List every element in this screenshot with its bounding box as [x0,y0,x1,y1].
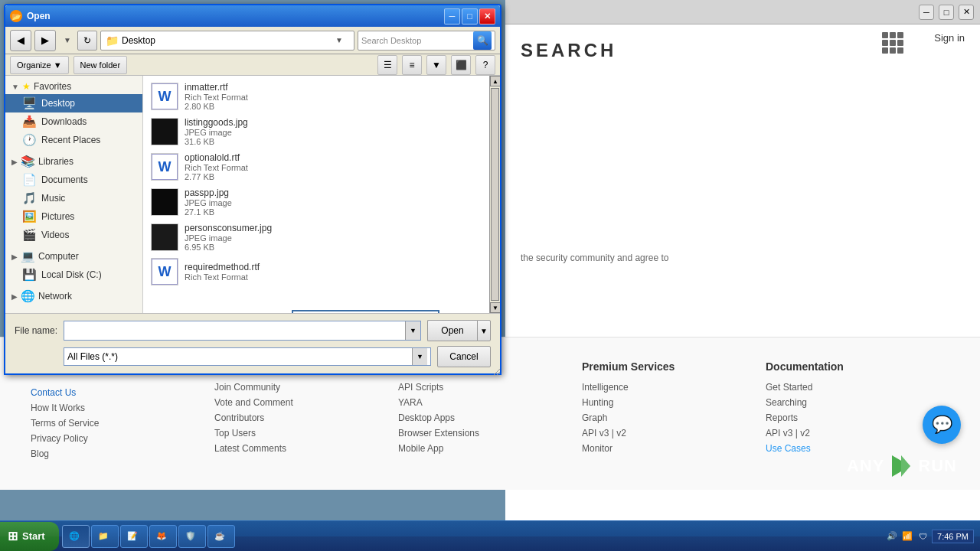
filename-dropdown-arrow[interactable]: ▼ [405,321,420,340]
file-item-passpp[interactable]: passpp.jpg JPEG image 27.1 KB [146,184,486,220]
anyrun-play-icon [889,454,913,478]
dialog-close-btn[interactable]: ✕ [479,8,495,24]
footer-link-use-cases[interactable]: Use Cases [766,443,934,454]
footer-link-terms[interactable]: Terms of Service [31,418,199,429]
minimize-btn[interactable]: ─ [919,5,934,20]
footer-link-blog[interactable]: Blog [31,448,199,459]
network-header[interactable]: ▶ 🌐 Network [5,287,142,305]
taskbar-item-notepad[interactable]: 📝 [120,525,148,548]
footer-link-browser-ext[interactable]: Browser Extensions [398,428,567,439]
dialog-restore-btn[interactable]: □ [462,8,478,24]
file-size-passpp: 27.1 KB [185,207,482,217]
taskbar-item-explorer[interactable]: 📁 [91,525,119,548]
footer-link-top-users[interactable]: Top Users [214,428,383,439]
anyrun-run-text: RUN [918,456,957,476]
search-bar[interactable]: Search Desktop 🔍 [358,31,495,51]
sidebar-music[interactable]: 🎵 Music [5,189,142,207]
sign-in-button[interactable]: Sign in [934,32,965,44]
footer-link-how[interactable]: How It Works [31,403,199,413]
footer-link-apiv3v2-docs[interactable]: API v3 | v2 [766,428,934,439]
sidebar-downloads[interactable]: 📥 Downloads [5,112,142,131]
chat-button[interactable]: 💬 [923,406,961,444]
taskbar-item-java[interactable]: ☕ [207,525,235,548]
sidebar-local-disk[interactable]: 💾 Local Disk (C:) [5,266,142,284]
dialog-minimize-btn[interactable]: ─ [444,8,460,24]
footer-premium-title: Premium Services [582,360,750,373]
footer-link-reports[interactable]: Reports [766,412,934,423]
tray-security-icon[interactable]: 🛡 [916,530,929,543]
grid-icon[interactable] [882,32,903,54]
tray-volume-icon[interactable]: 📶 [901,530,913,543]
file-item-optionalold[interactable]: W optionalold.rtf Rich Text Format 2.77 … [146,149,486,184]
scroll-down-btn[interactable]: ▼ [490,302,500,313]
footer-link-mobile[interactable]: Mobile App [398,443,567,454]
scroll-thumb[interactable] [491,88,499,301]
file-item-listinggoods[interactable]: listinggoods.jpg JPEG image 31.6 KB [146,114,486,149]
location-dropdown-arrow[interactable]: ▼ [335,36,349,44]
view-list-btn[interactable]: ☰ [377,55,397,75]
refresh-btn[interactable]: ↻ [77,31,97,51]
nav-dropdown[interactable]: ▼ [60,30,74,51]
new-folder-label: New folder [80,60,121,70]
libraries-header[interactable]: ▶ 📚 Libraries [5,152,142,171]
taskbar-item-antivirus[interactable]: 🛡️ [178,525,206,548]
favorites-section: ▼ ★ Favorites 🖥️ Desktop 📥 Downloads [5,79,142,149]
open-main-button[interactable]: Open [427,320,477,341]
footer-link-desktop-apps[interactable]: Desktop Apps [398,412,567,423]
sidebar-videos[interactable]: 🎬 Videos [5,226,142,244]
file-list[interactable]: W inmatter.rtf Rich Text Format 2.80 KB [143,76,489,313]
scrollbar-track[interactable]: ▲ ▼ [489,76,500,313]
footer-link-monitor[interactable]: Monitor [582,443,750,454]
cancel-button[interactable]: Cancel [437,346,491,367]
favorites-header[interactable]: ▼ ★ Favorites [5,79,142,94]
clock[interactable]: 7:46 PM [932,530,974,543]
sidebar-documents-label: Documents [41,174,88,185]
resize-handle[interactable] [491,364,500,373]
file-type-optionalold: Rich Text Format [185,163,482,172]
file-item-requiredmethod[interactable]: W requiredmethod.rtf Rich Text Format [146,255,486,289]
start-button[interactable]: ⊞ Start [0,522,59,551]
tray-network-icon[interactable]: 🔊 [886,530,898,543]
help-btn[interactable]: ? [475,55,495,75]
forward-button[interactable]: ▶ [34,30,56,51]
sidebar-recent-places[interactable]: 🕐 Recent Places [5,131,142,149]
svg-line-0 [494,369,500,375]
new-folder-btn[interactable]: New folder [74,56,128,74]
filetype-select-wrapper[interactable]: All Files (*.*) ▼ [64,347,431,366]
filetype-dropdown-arrow[interactable]: ▼ [412,348,427,365]
footer-link-vote[interactable]: Vote and Comment [214,397,383,408]
videos-icon: 🎬 [22,228,37,242]
maximize-btn[interactable]: □ [939,5,954,20]
view-details-btn[interactable]: ≡ [402,55,422,75]
sidebar-pictures[interactable]: 🖼️ Pictures [5,207,142,226]
view-options-btn[interactable]: ▼ [426,55,446,75]
footer-link-graph[interactable]: Graph [582,412,750,423]
footer-link-privacy[interactable]: Privacy Policy [31,433,199,444]
footer-link-get-started[interactable]: Get Started [766,382,934,393]
footer-link-hunting[interactable]: Hunting [582,397,750,408]
browser-close-btn[interactable]: ✕ [959,5,974,20]
footer-link-contributors[interactable]: Contributors [214,412,383,423]
taskbar-item-ie[interactable]: 🌐 [62,525,90,548]
footer-link-searching[interactable]: Searching [766,397,934,408]
file-item-personsconsumer[interactable]: personsconsumer.jpg JPEG image 6.95 KB [146,220,486,255]
preview-btn[interactable]: ⬛ [451,55,471,75]
back-button[interactable]: ◀ [10,30,31,51]
scroll-up-btn[interactable]: ▲ [490,76,500,86]
search-go-button[interactable]: 🔍 [473,31,492,50]
open-arrow-button[interactable]: ▼ [477,320,491,341]
organize-menu[interactable]: Organize ▼ [10,56,69,74]
file-item-inmatter[interactable]: W inmatter.rtf Rich Text Format 2.80 KB [146,79,486,114]
tray-icons: 🔊 📶 🛡 [886,530,929,543]
computer-header[interactable]: ▶ 💻 Computer [5,247,142,266]
footer-link-latest[interactable]: Latest Comments [214,443,383,454]
filename-input[interactable] [64,321,405,340]
footer-link-yara[interactable]: YARA [398,397,567,408]
sidebar-documents[interactable]: 📄 Documents [5,171,142,189]
desktop-icon: 🖥️ [22,96,37,110]
sidebar-desktop[interactable]: 🖥️ Desktop [5,94,142,112]
footer-link-apiv3v2-premium[interactable]: API v3 | v2 [582,428,750,439]
location-bar[interactable]: 📁 Desktop ▼ [100,31,354,51]
footer-link-intelligence[interactable]: Intelligence [582,382,750,393]
taskbar-item-firefox[interactable]: 🦊 [149,525,177,548]
